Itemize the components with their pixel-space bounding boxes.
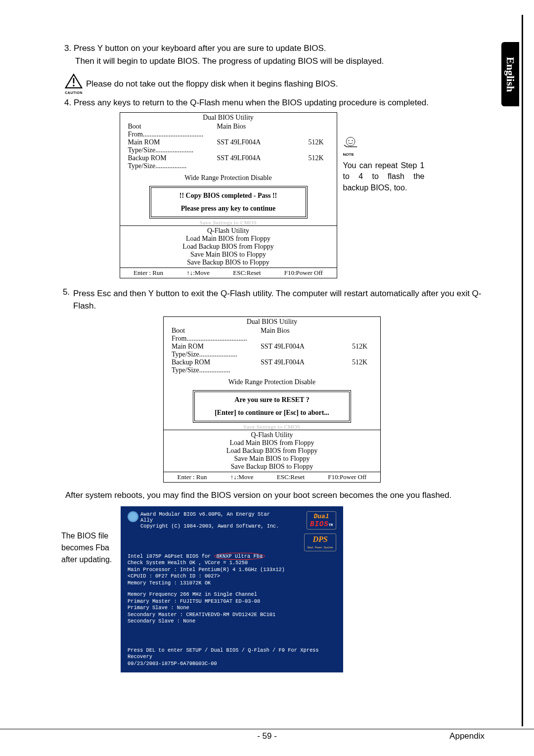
svg-point-2 — [73, 85, 75, 87]
backup-rom-size: 512K — [299, 154, 329, 170]
qflash-items: Load Main BIOS from Floppy Load Backup B… — [120, 235, 337, 267]
dps-logo: DPS Dual Power System — [304, 534, 336, 551]
energy-star-icon — [128, 511, 138, 522]
circled-bios-version: 8KNXP Ultra Fba — [214, 553, 266, 560]
step-5-row: 5. Press Esc and then Y button to exit t… — [59, 287, 485, 312]
boot-from-value: Main Bios — [256, 327, 343, 343]
backup-rom-value: SST 49LF004A — [256, 358, 343, 374]
footer-enter: Enter : Run — [178, 473, 207, 481]
wide-range: Wide Range Protection Disable — [164, 374, 380, 388]
caution-text: Please do not take out the floppy disk w… — [86, 79, 338, 89]
wide-range: Wide Range Protection Disable — [120, 170, 337, 184]
main-rom-value: SST 49LF004A — [212, 138, 299, 154]
boot-info-block2: Memory Frequency 266 MHz in Single Chann… — [128, 591, 336, 625]
qflash-items: Load Main BIOS from Floppy Load Backup B… — [164, 439, 380, 472]
boot-hdr2: Copyright (C) 1984-2003, Award Software,… — [140, 523, 284, 529]
step-4: 4. Press any keys to return to the Q-Fla… — [64, 96, 485, 109]
backup-rom-size: 512K — [343, 358, 372, 374]
bios-box-1-wrap: Dual BIOS Utility Boot From.............… — [59, 112, 485, 278]
boot-screen: Award Modular BIOS v6.00PG, An Energy St… — [121, 506, 343, 672]
bios-utility-box-1: Dual BIOS Utility Boot From.............… — [120, 112, 337, 278]
copy-complete-line2: Please press any key to continue — [153, 205, 304, 213]
page-footer: - 59 - Appendix — [0, 729, 534, 741]
main-rom-label: Main ROM Type/Size...................... — [172, 343, 256, 358]
main-rom-value: SST 49LF004A — [256, 343, 343, 358]
reset-line2: [Enter] to continure or [Esc] to abort..… — [197, 409, 347, 417]
blurred-text: Save Settings to CMOS — [120, 220, 337, 225]
qflash-item: Load Main BIOS from Floppy — [164, 439, 380, 447]
backup-rom-label: Backup ROM Type/Size.................. — [172, 358, 256, 374]
copy-complete-dialog: !! Copy BIOS completed - Pass !! Please … — [149, 186, 308, 219]
svg-point-4 — [348, 140, 349, 141]
footer-f10: F10:Power Off — [284, 269, 323, 277]
after-reboot-text: After system reboots, you may find the B… — [65, 490, 485, 500]
bios-title: Dual BIOS Utility — [164, 317, 380, 327]
caution-icon: CAUTION — [64, 73, 83, 94]
boot-info-block1: Intel i875P AGPset BIOS for 8KNXP Ultra … — [128, 553, 336, 587]
qflash-item: Load Backup BIOS from Floppy — [164, 447, 380, 455]
qflash-item: Load Main BIOS from Floppy — [120, 235, 337, 243]
dual-bios-logo: Dual BIOSTM — [307, 511, 336, 530]
reset-line1: Are you sure to RESET ? — [197, 396, 347, 404]
bios-footer: Enter : Run ↑↓:Move ESC:Reset F10:Power … — [120, 267, 337, 278]
boot-footer: Press DEL to enter SETUP / Dual BIOS / Q… — [128, 647, 343, 667]
boot-annotation: The BIOS file becomes Fba after updating… — [61, 506, 121, 672]
qflash-item: Load Backup BIOS from Floppy — [120, 243, 337, 251]
qflash-title: Q-Flash Utility — [120, 225, 337, 235]
qflash-item: Save Backup BIOS to Floppy — [164, 463, 380, 471]
boot-hdr1: Award Modular BIOS v6.00PG, An Energy St… — [140, 511, 284, 523]
footer-move: ↑↓:Move — [230, 473, 254, 481]
bios-utility-box-2: Dual BIOS Utility Boot From.............… — [163, 316, 381, 483]
caution-label: CAUTION — [64, 91, 83, 94]
footer-esc: ESC:Reset — [233, 269, 261, 277]
main-rom-size: 512K — [299, 138, 329, 154]
blurred-text: Save Settings to CMOS — [164, 424, 380, 430]
qflash-item: Save Main BIOS to Floppy — [164, 455, 380, 463]
boot-screenshot-row: The BIOS file becomes Fba after updating… — [59, 506, 485, 672]
step-3-line1: 3. Press Y button on your keyboard after… — [64, 42, 485, 55]
note-column: NOTE You can repeat Step 1 to 4 to flash… — [343, 112, 425, 194]
footer-enter: Enter : Run — [134, 269, 163, 277]
page-content: 3. Press Y button on your keyboard after… — [0, 0, 534, 672]
note-text: You can repeat Step 1 to 4 to flash the … — [343, 160, 425, 193]
step-5-num: 5. — [59, 287, 73, 312]
footer-f10: F10:Power Off — [328, 473, 366, 481]
qflash-item: Save Backup BIOS to Floppy — [120, 259, 337, 267]
copy-complete-line1: !! Copy BIOS completed - Pass !! — [153, 192, 304, 200]
note-label: NOTE — [343, 152, 425, 157]
boot-from-label: Boot From...............................… — [172, 327, 256, 343]
step-5-text: Press Esc and then Y button to exit the … — [73, 287, 485, 312]
svg-point-3 — [346, 137, 355, 146]
page-number: - 59 - — [257, 731, 277, 741]
svg-point-5 — [352, 140, 353, 141]
boot-from-label: Boot From...............................… — [128, 123, 212, 138]
bios-title: Dual BIOS Utility — [120, 113, 337, 123]
boot-from-value: Main Bios — [212, 123, 299, 138]
footer-move: ↑↓:Move — [186, 269, 210, 277]
step-3-line2: Then it will begin to update BIOS. The p… — [75, 55, 485, 68]
main-rom-size: 512K — [343, 343, 372, 358]
logo-stack: Dual BIOSTM DPS Dual Power System — [284, 511, 336, 551]
qflash-title: Q-Flash Utility — [164, 430, 380, 439]
qflash-item: Save Main BIOS to Floppy — [120, 251, 337, 259]
bios-footer: Enter : Run ↑↓:Move ESC:Reset F10:Power … — [164, 472, 380, 482]
section-name: Appendix — [449, 731, 485, 741]
main-rom-label: Main ROM Type/Size...................... — [128, 138, 212, 154]
bios-box-2-wrap: Dual BIOS Utility Boot From.............… — [59, 316, 485, 483]
reset-confirm-dialog: Are you sure to RESET ? [Enter] to conti… — [193, 390, 351, 423]
note-icon: NOTE — [343, 136, 425, 158]
caution-row: CAUTION Please do not take out the flopp… — [64, 73, 485, 94]
footer-esc: ESC:Reset — [277, 473, 305, 481]
backup-rom-value: SST 49LF004A — [212, 154, 299, 170]
backup-rom-label: Backup ROM Type/Size.................. — [128, 154, 212, 170]
